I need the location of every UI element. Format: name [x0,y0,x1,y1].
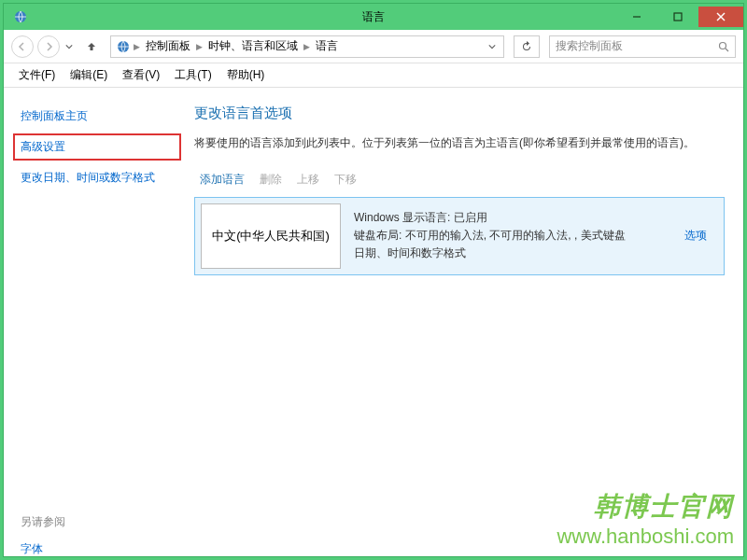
chevron-right-icon: ▶ [303,42,310,51]
address-bar[interactable]: ▶ 控制面板 ▶ 时钟、语言和区域 ▶ 语言 [110,35,504,58]
maximize-button[interactable] [657,7,698,27]
svg-line-7 [726,49,728,51]
breadcrumb[interactable]: 语言 [312,38,342,54]
breadcrumb[interactable]: 时钟、语言和区域 [204,38,302,54]
breadcrumb[interactable]: 控制面板 [142,38,194,54]
remove-button[interactable]: 删除 [260,172,282,188]
sidebar: 控制面板主页 高级设置 更改日期、时间或数字格式 另请参阅 字体 位置 [4,88,190,556]
sidebar-see-also-heading: 另请参阅 [13,509,181,536]
sidebar-advanced-settings[interactable]: 高级设置 [13,133,181,161]
content: 更改语言首选项 将要使用的语言添加到此列表中。位于列表第一位的语言为主语言(即你… [190,88,743,556]
language-row[interactable]: 中文(中华人民共和国) Windows 显示语言: 已启用 键盘布局: 不可用的… [194,197,725,275]
close-button[interactable] [698,7,743,27]
add-language-button[interactable]: 添加语言 [200,172,245,188]
menu-edit[interactable]: 编辑(E) [63,63,115,87]
window-title: 语言 [362,9,385,25]
page-description: 将要使用的语言添加到此列表中。位于列表第一位的语言为主语言(即你希望看到并最常使… [194,135,725,151]
chevron-right-icon: ▶ [196,42,203,51]
search-icon [718,41,729,52]
sidebar-fonts[interactable]: 字体 [13,536,181,556]
menu-tools[interactable]: 工具(T) [167,63,218,87]
forward-button[interactable] [37,35,60,58]
language-name: 中文(中华人民共和国) [201,203,341,269]
detail-keyboard-layout: 键盘布局: 不可用的输入法, 不可用的输入法, , 美式键盘 [354,227,660,245]
address-dropdown[interactable] [485,43,500,50]
sidebar-date-format[interactable]: 更改日期、时间或数字格式 [13,164,181,191]
language-toolbar: 添加语言 删除 上移 下移 [194,168,725,197]
detail-display-language: Windows 显示语言: 已启用 [354,209,660,227]
up-button[interactable] [82,37,101,56]
navbar: ▶ 控制面板 ▶ 时钟、语言和区域 ▶ 语言 搜索控制面板 [4,30,743,63]
chevron-right-icon: ▶ [134,42,140,51]
svg-point-6 [720,42,726,49]
language-details: Windows 显示语言: 已启用 键盘布局: 不可用的输入法, 不可用的输入法… [346,198,668,274]
refresh-button[interactable] [514,35,540,58]
history-dropdown[interactable] [63,43,78,50]
minimize-button[interactable] [616,7,657,27]
window-icon [11,7,30,26]
back-button[interactable] [11,35,34,58]
menubar: 文件(F) 编辑(E) 查看(V) 工具(T) 帮助(H) [4,63,743,88]
language-options-link[interactable]: 选项 [684,228,707,244]
menu-file[interactable]: 文件(F) [11,63,63,87]
search-placeholder: 搜索控制面板 [556,38,623,54]
sidebar-control-panel-home[interactable]: 控制面板主页 [13,103,181,130]
detail-date-format: 日期、时间和数字格式 [354,245,660,262]
move-down-button[interactable]: 下移 [334,172,357,188]
svg-rect-2 [674,13,682,21]
search-input[interactable]: 搜索控制面板 [549,35,736,58]
titlebar: 语言 [4,4,743,30]
page-title: 更改语言首选项 [194,105,725,122]
menu-view[interactable]: 查看(V) [115,63,167,87]
globe-icon [115,38,132,55]
menu-help[interactable]: 帮助(H) [219,63,273,87]
move-up-button[interactable]: 上移 [297,172,319,188]
